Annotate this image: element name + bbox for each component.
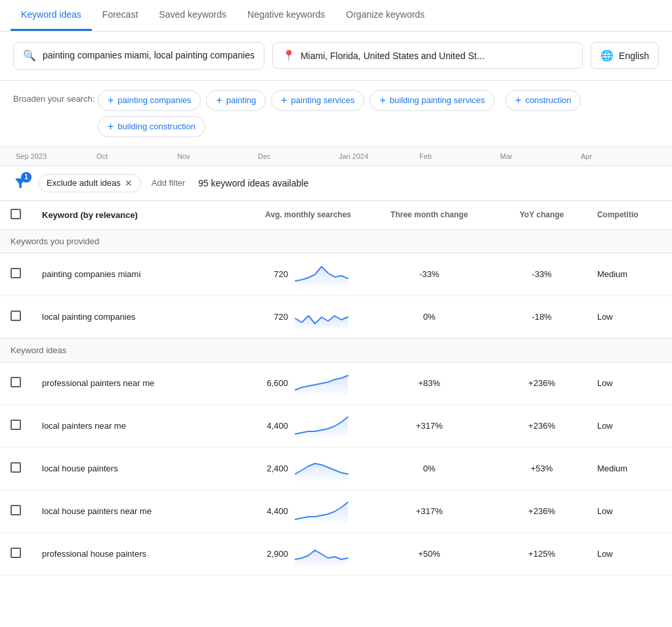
sparkline-chart <box>292 413 351 439</box>
avg-monthly-cell: 2,400 <box>215 447 362 490</box>
tab-organize-keywords[interactable]: Organize keywords <box>335 0 435 31</box>
col-avg-monthly[interactable]: Avg. monthly searches <box>215 201 362 230</box>
filter-icon-wrapper[interactable]: 1 <box>13 176 28 190</box>
row-select-cell[interactable] <box>0 490 32 532</box>
section-header-row: Keyword ideas <box>0 338 672 362</box>
competition-cell: Low <box>587 404 672 447</box>
sparkline-chart <box>292 370 351 397</box>
keyword-cell: local house painters near me <box>32 490 215 532</box>
table-row: professional house painters2,900+50%+125… <box>0 532 672 575</box>
table-header-row: Keyword (by relevance) Avg. monthly sear… <box>0 201 672 230</box>
avg-monthly-cell: 6,600 <box>215 362 362 404</box>
keyword-cell: professional house painters <box>32 532 215 575</box>
search-box[interactable]: 🔍 painting companies miami, local painti… <box>13 42 264 70</box>
avg-monthly-value: 4,400 <box>267 506 289 516</box>
axis-label-oct: Oct <box>94 152 175 160</box>
col-competition[interactable]: Competitio <box>587 201 672 230</box>
keyword-cell: painting companies miami <box>32 253 215 295</box>
three-month-change-cell: 0% <box>362 447 497 490</box>
yoy-change-cell: -33% <box>497 253 587 295</box>
filter-bar: 1 Exclude adult ideas ✕ Add filter 95 ke… <box>0 166 672 201</box>
chip-plus-icon: + <box>379 95 385 106</box>
col-three-month[interactable]: Three month change <box>362 201 497 230</box>
broaden-chips: + painting companies + painting + painti… <box>98 90 659 137</box>
chip-painting[interactable]: + painting <box>206 90 266 111</box>
keyword-cell: professional painters near me <box>32 362 215 404</box>
competition-cell: Low <box>587 362 672 404</box>
tabs-nav: Keyword ideas Forecast Saved keywords Ne… <box>0 0 672 32</box>
language-icon: 🌐 <box>600 49 614 62</box>
row-select-cell[interactable] <box>0 362 32 404</box>
yoy-change-cell: +236% <box>497 404 587 447</box>
location-icon: 📍 <box>282 49 295 62</box>
row-checkbox[interactable] <box>10 548 21 558</box>
col-select[interactable] <box>0 201 32 230</box>
language-box[interactable]: 🌐 English <box>591 42 659 69</box>
competition-cell: Medium <box>587 253 672 295</box>
three-month-change-cell: +317% <box>362 404 497 447</box>
chip-construction[interactable]: + construction <box>505 90 581 111</box>
row-checkbox[interactable] <box>10 505 21 515</box>
axis-label-dec: Dec <box>255 152 336 160</box>
row-select-cell[interactable] <box>0 404 32 447</box>
three-month-change-cell: -33% <box>362 253 497 295</box>
sparkline-chart <box>292 541 351 567</box>
three-month-change-cell: +83% <box>362 362 497 404</box>
sparkline-chart <box>292 456 351 482</box>
tab-saved-keywords[interactable]: Saved keywords <box>148 0 237 31</box>
keyword-cell: local painting companies <box>32 295 215 338</box>
chip-plus-icon: + <box>216 95 222 106</box>
select-all-checkbox[interactable] <box>10 209 21 219</box>
chip-label: building construction <box>117 121 196 131</box>
competition-cell: Medium <box>587 447 672 490</box>
chip-painting-services[interactable]: + painting services <box>271 90 364 111</box>
filter-close-icon[interactable]: ✕ <box>125 178 133 188</box>
location-text: Miami, Florida, United States and United… <box>301 51 484 61</box>
row-checkbox[interactable] <box>10 311 21 321</box>
table-row: local painters near me4,400+317%+236%Low <box>0 404 672 447</box>
row-select-cell[interactable] <box>0 447 32 490</box>
search-icon: 🔍 <box>23 49 36 62</box>
avg-monthly-value: 4,400 <box>267 421 289 431</box>
col-keyword[interactable]: Keyword (by relevance) <box>32 201 215 230</box>
axis-label-nov: Nov <box>175 152 255 160</box>
timeline-axis: Sep 2023 Oct Nov Dec Jan 2024 Feb Mar Ap… <box>0 147 672 166</box>
chip-painting-companies[interactable]: + painting companies <box>98 90 201 111</box>
sparkline-chart <box>292 261 351 288</box>
avg-monthly-cell: 4,400 <box>215 490 362 532</box>
row-checkbox[interactable] <box>10 462 21 473</box>
exclude-adult-filter[interactable]: Exclude adult ideas ✕ <box>38 174 141 192</box>
section-header-row: Keywords you provided <box>0 229 672 253</box>
avg-monthly-cell: 4,400 <box>215 404 362 447</box>
avg-monthly-value: 720 <box>274 269 288 279</box>
location-box[interactable]: 📍 Miami, Florida, United States and Unit… <box>272 42 583 69</box>
avg-monthly-value: 2,900 <box>267 549 289 559</box>
col-yoy[interactable]: YoY change <box>497 201 587 230</box>
keyword-cell: local painters near me <box>32 404 215 447</box>
axis-labels: Sep 2023 Oct Nov Dec Jan 2024 Feb Mar Ap… <box>13 152 659 160</box>
axis-label-feb: Feb <box>417 152 497 160</box>
table-row: local painting companies7200%-18%Low <box>0 295 672 338</box>
row-checkbox[interactable] <box>10 420 21 430</box>
chip-label: painting companies <box>117 95 191 105</box>
row-checkbox[interactable] <box>10 377 21 387</box>
three-month-change-cell: +50% <box>362 532 497 575</box>
keyword-table: Keyword (by relevance) Avg. monthly sear… <box>0 201 672 576</box>
chip-building-construction[interactable]: + building construction <box>98 116 205 137</box>
competition-cell: Low <box>587 490 672 532</box>
chip-label: painting <box>226 95 257 105</box>
row-checkbox[interactable] <box>10 268 21 278</box>
row-select-cell[interactable] <box>0 532 32 575</box>
chip-label: building painting services <box>390 95 485 105</box>
avg-monthly-cell: 720 <box>215 253 362 295</box>
add-filter-button[interactable]: Add filter <box>152 178 185 188</box>
tab-negative-keywords[interactable]: Negative keywords <box>237 0 335 31</box>
row-select-cell[interactable] <box>0 253 32 295</box>
table-row: local house painters2,4000%+53%Medium <box>0 447 672 490</box>
chip-building-painting-services[interactable]: + building painting services <box>369 90 495 111</box>
tab-forecast[interactable]: Forecast <box>92 0 148 31</box>
row-select-cell[interactable] <box>0 295 32 338</box>
tab-keyword-ideas[interactable]: Keyword ideas <box>10 0 92 31</box>
yoy-change-cell: +236% <box>497 490 587 532</box>
keyword-count: 95 keyword ideas available <box>198 178 308 188</box>
